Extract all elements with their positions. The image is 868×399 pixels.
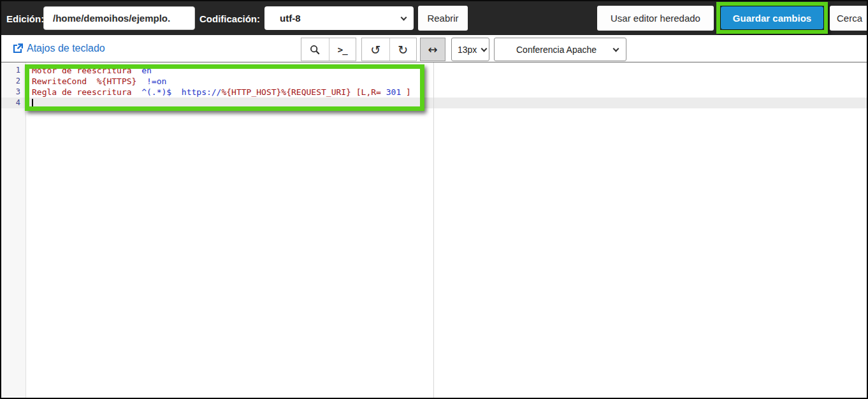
code-token [87, 76, 97, 86]
code-token: %{HTTPS} [97, 76, 137, 86]
search-button[interactable] [301, 38, 329, 61]
keyboard-shortcuts-label: Atajos de teclado [27, 43, 105, 54]
font-size-value: 13px [458, 45, 477, 55]
code-line[interactable]: Regla de reescritura ^(.*)$ https://%{HT… [26, 87, 867, 98]
redo-button[interactable]: ↻ [389, 38, 417, 61]
search-icon [309, 44, 321, 55]
legacy-editor-button[interactable]: Usar editor heredado [597, 6, 714, 31]
code-token [132, 66, 142, 75]
encoding-label: Codificación: [199, 13, 260, 24]
external-link-icon [13, 43, 23, 54]
undo-icon: ↺ [370, 43, 380, 57]
code-token [132, 87, 142, 97]
chevron-down-icon [613, 45, 619, 52]
find-button-group: >_ [301, 38, 356, 61]
chevron-down-icon [401, 14, 407, 20]
undo-button[interactable]: ↺ [362, 38, 389, 61]
line-number: 2 [1, 76, 26, 87]
line-number: 4 [1, 98, 26, 108]
edit-label: Edición: [6, 13, 44, 24]
code-token [381, 87, 386, 97]
reopen-button[interactable]: Reabrir [418, 6, 468, 31]
code-token: Regla de reescritura [32, 87, 132, 97]
word-wrap-icon: ↔ [428, 43, 437, 56]
code-token [171, 87, 182, 97]
line-number: 1 [1, 65, 26, 76]
topbar: Edición: Codificación: utf-8 Reabrir Usa… [1, 1, 867, 35]
word-wrap-toggle[interactable]: ↔ [420, 38, 445, 61]
save-button[interactable]: Guardar cambios [720, 6, 824, 30]
chevron-down-icon [481, 45, 488, 52]
code-token [136, 76, 147, 86]
history-button-group: ↺ ↻ [361, 38, 417, 61]
keyboard-shortcuts-link[interactable]: Atajos de teclado [13, 43, 105, 54]
close-button[interactable]: Cerca [830, 6, 868, 31]
save-button-annotation-box: Guardar cambios [716, 2, 828, 34]
terminal-icon: >_ [338, 45, 347, 55]
line-number: 3 [1, 87, 26, 98]
column-ruler [433, 62, 434, 398]
code-token: %{HTTP_HOST}%{REQUEST_URI} [221, 87, 351, 97]
code-line[interactable]: RewriteCond %{HTTPS} !=on [26, 76, 867, 87]
font-size-select[interactable]: 13px [451, 38, 489, 61]
editor-toolbar: Atajos de teclado >_ ↺ ↻ [1, 35, 867, 62]
text-cursor [32, 99, 33, 108]
encoding-select[interactable]: utf-8 [264, 6, 414, 30]
code-token: https:// [182, 87, 222, 97]
encoding-select-value: utf-8 [280, 13, 301, 24]
redo-icon: ↻ [398, 43, 408, 57]
syntax-mode-value: Conferencia Apache [516, 45, 597, 55]
code-line[interactable]: Motor de reescritura en [26, 65, 867, 76]
code-token: RewriteCond [32, 76, 87, 86]
code-token: !=on [147, 76, 166, 86]
code-lines: Motor de reescritura enRewriteCond %{HTT… [26, 65, 867, 108]
syntax-mode-select[interactable]: Conferencia Apache [494, 38, 626, 61]
gutter-background [1, 62, 26, 398]
code-token: Motor de reescritura [32, 66, 132, 75]
terminal-button[interactable]: >_ [329, 38, 356, 61]
code-token: ^(.*)$ [141, 87, 171, 97]
code-line[interactable] [26, 98, 867, 108]
code-token [351, 87, 356, 97]
code-token: [L,R= [356, 87, 381, 97]
gutter: 1234 [1, 65, 26, 108]
code-token: en [141, 66, 152, 75]
file-path-input[interactable] [43, 6, 195, 30]
code-editor-window: Edición: Codificación: utf-8 Reabrir Usa… [0, 0, 868, 399]
code-token: ] [401, 87, 411, 97]
code-editor[interactable]: 1234 Motor de reescritura enRewriteCond … [1, 62, 867, 398]
code-token: 301 [386, 87, 401, 97]
